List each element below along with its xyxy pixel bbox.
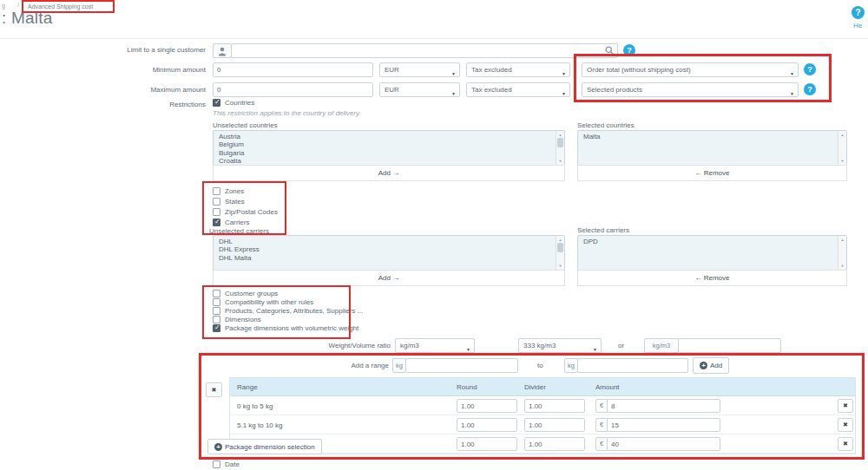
checkbox-icon[interactable]: [213, 324, 220, 332]
volume-ratio-select[interactable]: 333 kg/m3 ▼: [518, 338, 602, 353]
checkbox-icon[interactable]: [213, 208, 220, 216]
round-input[interactable]: [457, 437, 517, 451]
caret-down-icon: ▼: [790, 68, 794, 77]
selected-carriers-label: Selected carriers: [577, 226, 629, 234]
list-item[interactable]: Austria: [219, 133, 564, 140]
range-from-input[interactable]: [405, 358, 518, 373]
amount-input[interactable]: [607, 418, 720, 432]
unselected-countries-list[interactable]: Austria Belgium Bulgaria Croatia ▲ ▼: [213, 130, 565, 166]
scrollbar[interactable]: ▲ ▼: [838, 236, 846, 270]
list-item[interactable]: Malta: [583, 133, 846, 140]
selected-carriers-list[interactable]: DPD ▲ ▼: [577, 235, 847, 271]
scrollbar[interactable]: ▲ ▼: [838, 131, 846, 165]
advanced-shipping-cost-page: g / Advanced Shipping cost : Malta ? He …: [0, 0, 868, 470]
delete-row-button[interactable]: ✖: [838, 418, 853, 432]
checkbox-icon[interactable]: [213, 99, 220, 107]
scroll-up-icon[interactable]: ▲: [556, 238, 564, 242]
package-dimension-selection-button[interactable]: + Package dimension selection: [207, 439, 322, 454]
range-to-unit-addon: kg: [564, 358, 578, 373]
toggle-products-categories[interactable]: Products, Categories, Attributes, Suppli…: [213, 307, 363, 315]
list-item[interactable]: DHL Malta: [219, 254, 564, 262]
checkbox-icon[interactable]: [213, 298, 220, 306]
range-to-input[interactable]: [577, 358, 688, 373]
checkbox-icon[interactable]: [213, 307, 220, 315]
list-item[interactable]: Bulgaria: [219, 149, 564, 157]
scroll-down-icon[interactable]: ▼: [838, 264, 846, 268]
remove-carriers-button[interactable]: ← Remove: [577, 270, 847, 286]
list-item[interactable]: DHL Express: [219, 245, 564, 253]
scroll-down-icon[interactable]: ▼: [556, 159, 564, 163]
scrollbar[interactable]: ▲ ▼: [556, 131, 564, 165]
scrollbar[interactable]: ▲ ▼: [556, 236, 564, 270]
minimum-amount-input[interactable]: [213, 62, 373, 77]
round-input[interactable]: [457, 399, 517, 413]
toggle-zip-codes[interactable]: Zip/Postal Codes: [213, 208, 278, 216]
divider-input[interactable]: [524, 418, 585, 432]
scroll-down-icon[interactable]: ▼: [556, 264, 564, 268]
checkbox-icon[interactable]: [213, 290, 220, 297]
scroll-up-icon[interactable]: ▲: [556, 133, 564, 137]
range-cell: 0 kg to 5 kg: [237, 402, 273, 410]
caret-down-icon: ▼: [562, 68, 566, 77]
max-basis-value: Selected products: [587, 86, 642, 94]
customer-search-input[interactable]: [231, 43, 618, 58]
help-icon[interactable]: ?: [804, 63, 816, 75]
delete-row-button[interactable]: ✖: [838, 437, 853, 451]
toggle-package-dimensions[interactable]: Package dimensions with volumetric weigh…: [213, 324, 358, 332]
checkbox-icon[interactable]: [213, 219, 220, 226]
volume-unit-select[interactable]: kg/m3 ▼: [395, 338, 475, 353]
custom-ratio-input[interactable]: [678, 338, 781, 353]
list-item[interactable]: Belgium: [219, 140, 564, 148]
delete-row-button[interactable]: ✖: [838, 399, 853, 413]
add-countries-button[interactable]: Add →: [213, 165, 565, 181]
min-basis-select[interactable]: Order total (without shipping cost) ▼: [582, 62, 799, 77]
remove-countries-button[interactable]: ← Remove: [577, 165, 847, 181]
unselected-carriers-list[interactable]: DHL DHL Express DHL Malta ▲ ▼: [213, 235, 565, 271]
max-tax-select[interactable]: Tax excluded ▼: [466, 82, 570, 97]
ranges-table-header: Range Round Divider Amount: [230, 378, 855, 396]
caret-down-icon: ▼: [466, 343, 470, 353]
scroll-down-icon[interactable]: ▼: [838, 159, 846, 163]
max-tax-value: Tax excluded: [471, 86, 512, 94]
selected-countries-list[interactable]: Malta ▲ ▼: [577, 130, 847, 166]
scroll-up-icon[interactable]: ▲: [838, 133, 846, 137]
list-item[interactable]: DPD: [583, 238, 846, 245]
max-basis-select[interactable]: Selected products ▼: [582, 82, 799, 97]
currency-addon: €: [595, 399, 608, 413]
plus-icon: +: [214, 443, 222, 451]
help-icon[interactable]: ?: [852, 6, 865, 19]
add-carriers-button[interactable]: Add →: [213, 270, 565, 286]
help-icon[interactable]: ?: [623, 44, 635, 56]
checkbox-icon[interactable]: [213, 316, 220, 323]
toggle-countries[interactable]: Countries: [213, 99, 254, 107]
checkbox-icon[interactable]: [213, 187, 220, 195]
list-item[interactable]: DHL: [219, 238, 564, 245]
maximum-amount-input[interactable]: [213, 82, 373, 97]
round-input[interactable]: [457, 418, 517, 432]
remove-range-set-button[interactable]: ✖: [206, 382, 222, 397]
toggle-carriers[interactable]: Carriers: [213, 219, 249, 226]
toggle-date[interactable]: Date: [213, 460, 240, 468]
amount-input[interactable]: [607, 437, 720, 451]
amount-input[interactable]: [607, 399, 720, 413]
checkbox-icon[interactable]: [213, 460, 220, 468]
divider-input[interactable]: [524, 437, 585, 451]
toggle-zones[interactable]: Zones: [213, 187, 244, 195]
arrow-left-icon: ←: [694, 274, 701, 282]
toggle-customer-groups[interactable]: Customer groups: [213, 290, 278, 297]
min-currency-select[interactable]: EUR ▼: [379, 62, 460, 77]
checkbox-icon[interactable]: [213, 198, 220, 206]
toggle-dimensions[interactable]: Dimensions: [213, 316, 261, 323]
add-range-button[interactable]: + Add: [693, 357, 729, 374]
help-icon[interactable]: ?: [804, 83, 816, 95]
divider-input[interactable]: [524, 399, 585, 413]
min-tax-select[interactable]: Tax excluded ▼: [466, 62, 570, 77]
scroll-up-icon[interactable]: ▲: [838, 238, 846, 242]
toggle-states[interactable]: States: [213, 198, 245, 206]
help-link[interactable]: He: [853, 22, 868, 29]
min-tax-value: Tax excluded: [471, 66, 512, 74]
scrollbar-thumb[interactable]: [557, 243, 563, 252]
scrollbar-thumb[interactable]: [557, 138, 563, 147]
max-currency-select[interactable]: EUR ▼: [379, 82, 460, 97]
toggle-compatibility[interactable]: Compatibility with other rules: [213, 298, 313, 306]
